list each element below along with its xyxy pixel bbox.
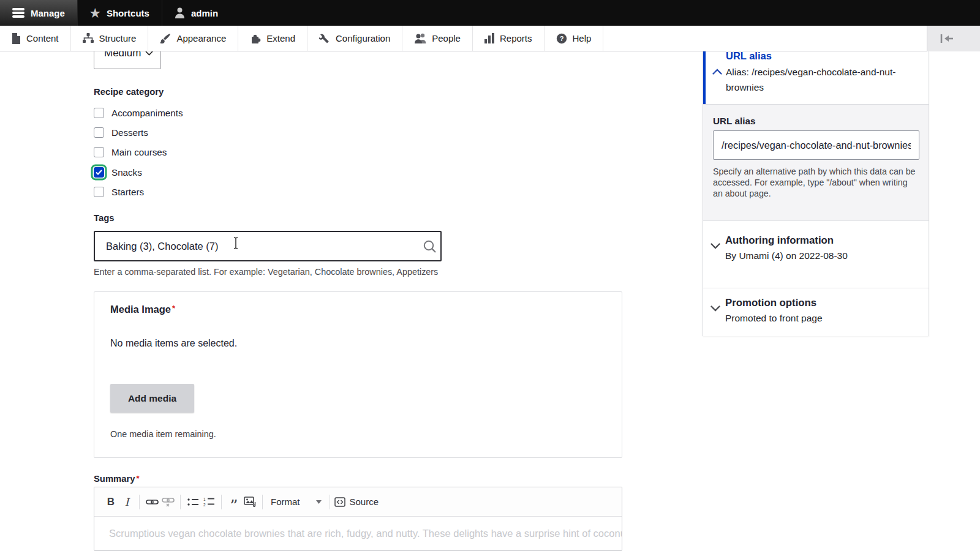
url-alias-details: URL alias Specify an alternative path by… (703, 104, 929, 220)
admin-bar-item-label: Shortcuts (107, 8, 149, 18)
chevron-down-icon[interactable] (710, 303, 720, 314)
source-code-icon (334, 497, 345, 507)
summary-body-text[interactable]: Scrumptious vegan chocolate brownies tha… (94, 517, 622, 550)
chevron-down-icon[interactable] (710, 241, 720, 252)
checkbox-desserts[interactable]: Desserts (94, 122, 183, 142)
summary-label: Summary* (94, 474, 140, 484)
media-image-label: Media Image* (110, 304, 175, 315)
help-icon: ? (556, 33, 567, 44)
text-cursor-icon (232, 236, 239, 252)
authoring-information-accordion: Authoring information By Umami (4) on 20… (703, 220, 929, 288)
url-alias-accordion: URL alias Alias: /recipes/vegan-chocolat… (703, 51, 929, 104)
source-button-label: Source (350, 497, 379, 507)
toolbar-tab-label: Appearance (176, 33, 226, 43)
hamburger-menu-icon (12, 8, 24, 18)
admin-bar-item-manage[interactable]: Manage (0, 0, 78, 26)
url-alias-input[interactable] (713, 130, 919, 160)
toolbar-right-zone (927, 26, 980, 51)
toolbar-tab-extend[interactable]: Extend (238, 26, 307, 51)
promotion-options-title[interactable]: Promotion options (725, 297, 816, 309)
numbered-list-button[interactable]: 12 (201, 494, 217, 510)
link-button[interactable] (144, 494, 160, 510)
dropdown-arrow-icon (316, 500, 322, 504)
promotion-options-accordion: Promotion options Promoted to front page (703, 288, 929, 336)
toolbar-separator (139, 495, 140, 509)
people-icon (414, 33, 426, 43)
admin-bar-item-shortcuts[interactable]: ★ Shortcuts (78, 0, 162, 26)
url-alias-field-label: URL alias (713, 116, 755, 127)
summary-editor: B I 12 ” Format Source Scrumptio (94, 487, 622, 551)
svg-text:?: ? (559, 35, 564, 42)
italic-button[interactable]: I (119, 494, 135, 510)
tags-label: Tags (94, 213, 114, 223)
checkbox-icon (94, 187, 104, 197)
checkbox-main-courses[interactable]: Main courses (94, 143, 183, 162)
toolbar-separator (221, 495, 222, 509)
add-media-button[interactable]: Add media (110, 384, 194, 413)
admin-bar-item-label: Manage (31, 8, 65, 18)
node-meta-sidebar: URL alias Alias: /recipes/vegan-chocolat… (703, 51, 929, 336)
checkbox-icon (94, 147, 104, 157)
toolbar-tab-label: Configuration (336, 33, 390, 43)
blockquote-button[interactable]: ” (226, 494, 242, 510)
editor-toolbar: B I 12 ” Format Source (94, 487, 622, 517)
authoring-information-summary: By Umami (4) on 2022-08-30 (725, 250, 848, 261)
checkbox-label: Main courses (111, 147, 167, 157)
toolbar-tab-label: People (432, 33, 461, 43)
checkbox-accompaniments[interactable]: Accompaniments (94, 103, 183, 122)
required-marker: * (172, 304, 175, 313)
toolbar-separator (262, 495, 263, 509)
format-dropdown-label: Format (271, 497, 300, 507)
recipe-category-options: Accompaniments Desserts Main courses Sna… (94, 103, 183, 202)
checkbox-label: Desserts (111, 127, 148, 138)
bulleted-list-button[interactable] (185, 494, 201, 510)
checkbox-icon (94, 127, 104, 138)
search-icon (423, 239, 437, 257)
toolbar-tab-people[interactable]: People (402, 26, 473, 51)
toolbar-tab-reports[interactable]: Reports (473, 26, 545, 51)
toolbar-tab-structure[interactable]: Structure (71, 26, 149, 51)
toolbar-tab-label: Reports (500, 33, 532, 43)
authoring-information-title[interactable]: Authoring information (725, 234, 834, 247)
toolbar-tab-content[interactable]: Content (0, 26, 71, 51)
toolbar-tab-label: Structure (99, 33, 137, 43)
bold-button[interactable]: B (103, 494, 119, 510)
chevron-up-icon[interactable] (712, 66, 722, 77)
url-alias-help-text: Specify an alternative path by which thi… (713, 166, 919, 199)
url-alias-accordion-summary: Alias: /recipes/vegan-chocolate-and-nut-… (726, 64, 910, 95)
bar-chart-icon (484, 33, 494, 43)
document-icon (12, 33, 21, 44)
insert-media-button[interactable] (242, 494, 258, 510)
wrench-icon (319, 33, 330, 44)
arrow-to-left-bar-icon (940, 34, 954, 43)
source-button[interactable]: Source (334, 497, 379, 507)
admin-bar: Manage ★ Shortcuts admin (0, 0, 980, 26)
toolbar-tab-label: Content (26, 33, 59, 43)
toolbar-tab-configuration[interactable]: Configuration (307, 26, 402, 51)
star-icon: ★ (90, 7, 100, 19)
toolbar-tab-label: Help (573, 33, 592, 43)
admin-bar-item-admin[interactable]: admin (162, 0, 230, 26)
checkbox-icon (94, 108, 104, 118)
checkbox-checked-icon (94, 167, 104, 178)
puzzle-icon (250, 33, 261, 44)
svg-text:2: 2 (203, 503, 206, 507)
admin-bar-item-label: admin (191, 8, 218, 18)
toolbar-separator (180, 495, 181, 509)
promotion-options-summary: Promoted to front page (725, 313, 823, 324)
toolbar-tab-label: Extend (266, 33, 295, 43)
toolbar-orientation-toggle[interactable] (938, 31, 956, 47)
checkbox-label: Starters (111, 187, 144, 197)
checkbox-label: Snacks (111, 167, 142, 178)
tags-input[interactable] (94, 231, 442, 261)
toolbar-tab-appearance[interactable]: Appearance (148, 26, 238, 51)
format-dropdown[interactable]: Format (267, 497, 325, 507)
toolbar-tab-help[interactable]: ? Help (545, 26, 604, 51)
toolbar-separator (330, 495, 330, 509)
required-marker: * (136, 474, 139, 483)
checkbox-snacks[interactable]: Snacks (94, 162, 183, 182)
media-remaining-text: One media item remaining. (110, 429, 216, 439)
url-alias-accordion-title[interactable]: URL alias (726, 50, 772, 62)
checkbox-starters[interactable]: Starters (94, 182, 183, 202)
unlink-button[interactable] (160, 494, 176, 510)
